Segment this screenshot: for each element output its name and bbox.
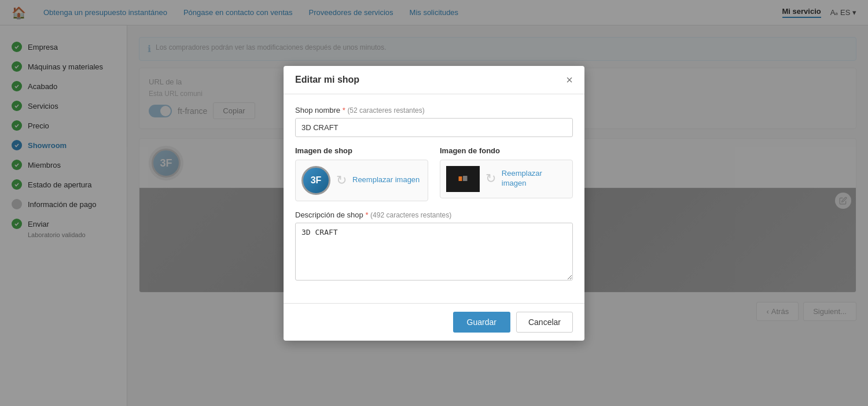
svg-rect-0 <box>458 176 462 181</box>
edit-shop-modal: Editar mi shop × Shop nombre * (52 carac… <box>284 66 584 341</box>
modal-overlay: Editar mi shop × Shop nombre * (52 carac… <box>0 0 868 406</box>
imagen-fondo-label: Imagen de fondo <box>440 146 573 155</box>
fondo-refresh-icon[interactable]: ↻ <box>486 171 496 186</box>
shop-nombre-input[interactable] <box>295 118 573 137</box>
imagen-fondo-upload: ↻ Reemplazar imagen <box>440 160 573 198</box>
imagen-shop-label: Imagen de shop <box>295 146 428 155</box>
descripcion-label: Descripción de shop * (492 caracteres re… <box>295 211 573 219</box>
guardar-button[interactable]: Guardar <box>453 312 510 333</box>
imagen-shop-upload: 3F ↻ Reemplazar imagen <box>295 160 428 201</box>
modal-footer: Guardar Cancelar <box>284 303 584 341</box>
reemplazar-imagen-fondo-link[interactable]: Reemplazar imagen <box>502 169 567 189</box>
shop-nombre-label: Shop nombre * (52 caracteres restantes) <box>295 106 573 115</box>
fondo-preview <box>446 166 480 192</box>
shop-nombre-group: Shop nombre * (52 caracteres restantes) <box>295 106 573 137</box>
imagen-shop-section: Imagen de shop 3F ↻ Reemplazar imagen <box>295 146 428 201</box>
descripcion-textarea[interactable]: 3D CRAFT <box>295 223 573 280</box>
images-row: Imagen de shop 3F ↻ Reemplazar imagen Im… <box>295 146 573 201</box>
svg-rect-1 <box>463 176 468 181</box>
imagen-fondo-section: Imagen de fondo ↻ Reemplazar imagen <box>440 146 573 201</box>
shop-refresh-icon[interactable]: ↻ <box>336 173 347 188</box>
cancelar-button[interactable]: Cancelar <box>516 312 573 333</box>
close-icon[interactable]: × <box>566 74 573 86</box>
descripcion-group: Descripción de shop * (492 caracteres re… <box>295 211 573 282</box>
modal-title: Editar mi shop <box>295 75 359 85</box>
modal-header: Editar mi shop × <box>284 66 584 94</box>
reemplazar-imagen-shop-link[interactable]: Reemplazar imagen <box>352 175 420 185</box>
shop-logo-preview: 3F <box>301 166 330 195</box>
modal-body: Shop nombre * (52 caracteres restantes) … <box>284 94 584 303</box>
